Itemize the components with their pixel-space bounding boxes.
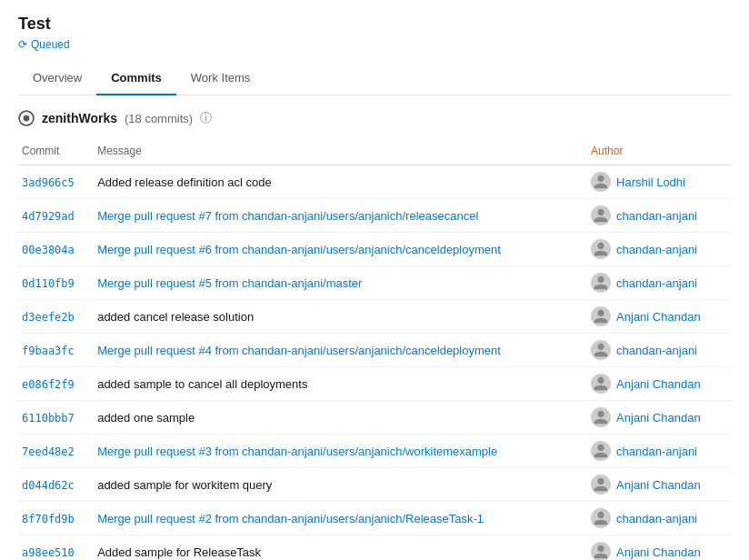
tab-overview[interactable]: Overview <box>18 62 96 95</box>
author-cell: Anjani Chandan <box>591 475 724 495</box>
table-row: 0d110fb9Merge pull request #5 from chand… <box>18 266 731 300</box>
queued-icon: ⟳ <box>18 38 27 51</box>
commit-hash[interactable]: 3ad966c5 <box>22 176 75 189</box>
avatar <box>591 441 611 461</box>
author-name[interactable]: chandan-anjani <box>616 276 697 290</box>
table-row: 4d7929adMerge pull request #7 from chand… <box>18 199 731 233</box>
commit-message[interactable]: Merge pull request #2 from chandan-anjan… <box>97 512 484 525</box>
commit-message[interactable]: Merge pull request #3 from chandan-anjan… <box>97 445 497 458</box>
author-cell: chandan-anjani <box>591 239 724 259</box>
repo-icon <box>18 110 35 126</box>
repo-name: zenithWorks <box>42 111 117 125</box>
avatar <box>591 205 611 225</box>
table-row: 6110bbb7added one sample Anjani Chandan <box>18 401 731 435</box>
commits-table: Commit Message Author 3ad966c5Added rele… <box>18 141 731 560</box>
commit-hash[interactable]: 8f70fd9b <box>22 513 75 525</box>
avatar <box>591 340 611 360</box>
table-row: 7eed48e2Merge pull request #3 from chand… <box>18 435 731 468</box>
commit-hash[interactable]: d3eefe2b <box>22 311 75 324</box>
author-name[interactable]: chandan-anjani <box>616 243 697 256</box>
avatar <box>591 239 611 259</box>
repo-header: zenithWorks (18 commits) ⓘ <box>18 110 731 126</box>
commit-message[interactable]: Merge pull request #5 from chandan-anjan… <box>97 276 362 290</box>
author-cell: chandan-anjani <box>591 205 724 225</box>
avatar <box>591 273 611 293</box>
svg-point-1 <box>24 115 30 122</box>
commit-hash[interactable]: a98ee510 <box>22 546 75 559</box>
commit-message[interactable]: Merge pull request #6 from chandan-anjan… <box>97 243 501 256</box>
author-cell: Anjani Chandan <box>591 407 724 427</box>
table-row: 3ad966c5Added release definition acl cod… <box>18 165 731 199</box>
commit-message: added one sample <box>97 411 195 425</box>
column-header-message: Message <box>94 141 587 165</box>
author-name[interactable]: Anjani Chandan <box>616 310 701 324</box>
commit-hash[interactable]: 00e3804a <box>22 244 75 256</box>
column-header-author: Author <box>587 141 731 165</box>
page-title: Test <box>18 15 731 34</box>
author-name[interactable]: Anjani Chandan <box>616 478 701 492</box>
author-name[interactable]: Harshil Lodhi <box>616 175 685 189</box>
queued-status[interactable]: ⟳ Queued <box>18 38 70 51</box>
table-row: 00e3804aMerge pull request #6 from chand… <box>18 233 731 266</box>
table-row: e086f2f9added sample to cancel all deplo… <box>18 367 731 401</box>
avatar <box>591 172 611 192</box>
author-cell: Anjani Chandan <box>591 306 724 326</box>
author-name[interactable]: chandan-anjani <box>616 344 697 357</box>
author-name[interactable]: chandan-anjani <box>616 512 697 525</box>
table-row: 8f70fd9bMerge pull request #2 from chand… <box>18 502 731 535</box>
author-cell: chandan-anjani <box>591 273 724 293</box>
commit-message[interactable]: Merge pull request #4 from chandan-anjan… <box>97 344 501 357</box>
author-cell: Harshil Lodhi <box>591 172 724 192</box>
commit-hash[interactable]: d044d62c <box>22 479 75 492</box>
author-name[interactable]: Anjani Chandan <box>616 545 701 559</box>
author-cell: Anjani Chandan <box>591 374 724 394</box>
author-cell: chandan-anjani <box>591 340 724 360</box>
commit-hash[interactable]: e086f2f9 <box>22 378 75 391</box>
author-name[interactable]: chandan-anjani <box>616 445 697 458</box>
author-cell: Anjani Chandan <box>591 542 724 560</box>
avatar <box>591 374 611 394</box>
commit-hash[interactable]: 7eed48e2 <box>22 445 75 458</box>
queued-label: Queued <box>31 38 70 51</box>
table-row: f9baa3fcMerge pull request #4 from chand… <box>18 334 731 367</box>
commit-message[interactable]: Merge pull request #7 from chandan-anjan… <box>97 209 478 223</box>
commit-hash[interactable]: 4d7929ad <box>22 210 75 223</box>
author-cell: chandan-anjani <box>591 508 724 528</box>
avatar <box>591 542 611 560</box>
avatar <box>591 475 611 495</box>
tab-commits[interactable]: Commits <box>96 62 176 95</box>
avatar <box>591 407 611 427</box>
column-header-commit: Commit <box>18 141 94 165</box>
tab-workitems[interactable]: Work Items <box>176 62 265 95</box>
avatar <box>591 508 611 528</box>
author-name[interactable]: chandan-anjani <box>616 209 697 223</box>
commit-message: added cancel release solution <box>97 310 254 324</box>
commit-message: Added release definition acl code <box>97 175 272 189</box>
tab-bar: Overview Commits Work Items <box>18 62 731 95</box>
repo-commit-count: (18 commits) <box>125 112 193 125</box>
commit-hash[interactable]: f9baa3fc <box>22 345 75 357</box>
author-name[interactable]: Anjani Chandan <box>616 411 701 425</box>
commit-hash[interactable]: 0d110fb9 <box>22 277 75 290</box>
author-name[interactable]: Anjani Chandan <box>616 377 701 391</box>
commit-message: added sample for workitem query <box>97 478 272 492</box>
avatar <box>591 306 611 326</box>
commit-message: Added sample for ReleaseTask <box>97 545 261 559</box>
commit-message: added sample to cancel all deployments <box>97 377 307 391</box>
author-cell: chandan-anjani <box>591 441 724 461</box>
table-row: a98ee510Added sample for ReleaseTask Anj… <box>18 535 731 561</box>
table-row: d044d62cadded sample for workitem query … <box>18 468 731 502</box>
table-row: d3eefe2badded cancel release solution An… <box>18 300 731 334</box>
info-icon[interactable]: ⓘ <box>200 110 212 126</box>
commit-hash[interactable]: 6110bbb7 <box>22 412 75 425</box>
